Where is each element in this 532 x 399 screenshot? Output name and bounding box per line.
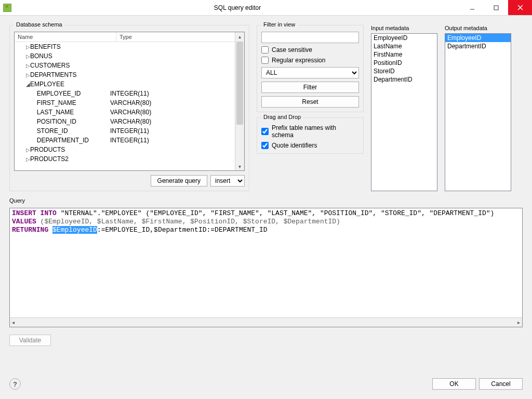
quote-checkbox[interactable] [261, 142, 269, 149]
scroll-thumb[interactable] [236, 42, 243, 125]
list-item[interactable]: PositionID [371, 59, 437, 67]
tree-row[interactable]: ▷PRODUCTS2 [15, 154, 235, 164]
tree-arrow-icon[interactable]: ▷ [26, 72, 30, 78]
tree-node-name: FIRST_NAME [37, 99, 76, 107]
list-item[interactable]: DepartmentID [371, 75, 437, 84]
filter-scope-select[interactable]: ALL [261, 67, 359, 78]
output-metadata-list[interactable]: EmployeeIDDepartmentID [445, 33, 511, 191]
tree-node-type: VARCHAR(80) [110, 99, 235, 107]
tree-row[interactable]: ◢EMPLOYEE [15, 79, 235, 89]
tree-row[interactable]: ▷DEPARTMENTS [15, 70, 235, 79]
tree-row[interactable]: POSITION_IDVARCHAR(80) [15, 117, 235, 126]
filter-group-label: Filter in view [261, 21, 297, 28]
query-type-select[interactable]: insert [210, 175, 245, 187]
help-icon[interactable]: ? [9, 378, 21, 390]
schema-col-name[interactable]: Name [15, 32, 116, 42]
scroll-down-icon[interactable]: ▾ [235, 162, 244, 170]
quote-label: Quote identifiers [272, 142, 317, 149]
case-sensitive-checkbox[interactable] [261, 46, 269, 54]
regex-checkbox[interactable] [261, 57, 269, 64]
case-sensitive-label: Case sensitive [272, 46, 312, 54]
tree-row[interactable]: ▷BONUS [15, 51, 235, 61]
window-title: SQL query editor [15, 4, 460, 11]
tree-node-name: BONUS [30, 52, 52, 60]
svg-rect-1 [494, 6, 498, 10]
minimize-button[interactable] [460, 0, 484, 15]
schema-scrollbar[interactable]: ▴ ▾ [235, 32, 244, 170]
query-h-scrollbar[interactable]: ◂ ▸ [10, 317, 522, 327]
tree-row[interactable]: ▷PRODUCTS [15, 145, 235, 154]
input-metadata-list[interactable]: EmployeeIDLastNameFirstNamePositionIDSto… [371, 33, 437, 191]
tree-arrow-icon[interactable]: ◢ [26, 82, 30, 87]
list-item[interactable]: LastName [371, 42, 437, 50]
tree-node-type: INTEGER(11) [110, 127, 235, 135]
input-metadata-label: Input metadata [371, 25, 437, 31]
tree-node-name: EMPLOYEE_ID [37, 90, 81, 97]
list-item[interactable]: FirstName [371, 50, 437, 59]
schema-group-label: Database schema [14, 21, 64, 28]
tree-row[interactable]: FIRST_NAMEVARCHAR(80) [15, 98, 235, 108]
tree-node-type: VARCHAR(80) [110, 118, 235, 125]
tree-row[interactable]: ▷BENEFITS [15, 42, 235, 51]
ok-cancel-group: OK Cancel [432, 378, 523, 390]
prefix-label: Prefix table names with schema [272, 124, 359, 139]
tree-arrow-icon[interactable]: ▷ [26, 63, 30, 69]
input-metadata-column: Input metadata EmployeeIDLastNameFirstNa… [371, 25, 437, 191]
maximize-button[interactable] [484, 0, 508, 15]
tree-node-name: BENEFITS [30, 43, 61, 50]
tree-row[interactable]: DEPARTMENT_IDINTEGER(11) [15, 136, 235, 145]
list-item[interactable]: EmployeeID [445, 34, 511, 42]
validate-row: Validate [9, 335, 523, 346]
cancel-button[interactable]: Cancel [479, 378, 523, 390]
list-item[interactable]: DepartmentID [445, 42, 511, 50]
tree-row[interactable]: STORE_IDINTEGER(11) [15, 126, 235, 136]
prefix-checkbox[interactable] [261, 128, 269, 135]
schema-tree[interactable]: Name Type ▷BENEFITS▷BONUS▷CUSTOMERS▷DEPA… [15, 32, 235, 170]
tree-arrow-icon[interactable]: ▷ [26, 54, 30, 59]
scroll-up-icon[interactable]: ▴ [235, 32, 244, 41]
filter-input[interactable] [261, 32, 359, 43]
tree-arrow-icon[interactable]: ▷ [26, 44, 30, 50]
schema-tree-wrap: Name Type ▷BENEFITS▷BONUS▷CUSTOMERS▷DEPA… [14, 32, 245, 171]
tree-node-name: LAST_NAME [37, 109, 74, 116]
tree-node-type: INTEGER(11) [110, 90, 235, 97]
query-label: Query [9, 197, 523, 204]
schema-col-type[interactable]: Type [116, 32, 235, 42]
regex-label: Regular expression [272, 57, 325, 64]
tree-node-name: DEPARTMENTS [30, 71, 77, 78]
scroll-left-icon[interactable]: ◂ [12, 320, 15, 325]
regex-row[interactable]: Regular expression [261, 57, 359, 64]
tree-node-name: POSITION_ID [37, 118, 76, 125]
app-icon [3, 4, 11, 12]
tree-row[interactable]: EMPLOYEE_IDINTEGER(11) [15, 89, 235, 98]
tree-node-type: VARCHAR(80) [110, 109, 235, 116]
generate-row: Generate query insert [14, 174, 245, 187]
scroll-right-icon[interactable]: ▸ [517, 320, 520, 325]
tree-node-name: STORE_ID [37, 127, 68, 135]
tree-row[interactable]: ▷CUSTOMERS [15, 61, 235, 70]
schema-header: Name Type [15, 32, 235, 42]
query-editor[interactable]: INSERT INTO "NTERNAL"."EMPLOYEE" ("EMPLO… [10, 208, 522, 317]
ok-button[interactable]: OK [432, 378, 476, 390]
list-item[interactable]: StoreID [371, 67, 437, 75]
reset-button[interactable]: Reset [261, 96, 359, 108]
tree-node-type: INTEGER(11) [110, 137, 235, 144]
tree-node-name: PRODUCTS [30, 146, 65, 153]
quote-row[interactable]: Quote identifiers [261, 142, 359, 149]
close-button[interactable] [508, 0, 532, 15]
prefix-row[interactable]: Prefix table names with schema [261, 124, 359, 139]
validate-button[interactable]: Validate [9, 335, 51, 346]
filter-pane: Filter in view Case sensitive Regular ex… [257, 25, 364, 191]
tree-row[interactable]: LAST_NAMEVARCHAR(80) [15, 108, 235, 117]
tree-node-name: PRODUCTS2 [30, 155, 69, 163]
tree-arrow-icon[interactable]: ▷ [26, 147, 30, 153]
list-item[interactable]: EmployeeID [371, 34, 437, 42]
output-metadata-column: Output metadata EmployeeIDDepartmentID [445, 25, 511, 191]
top-row: Database schema Name Type ▷BENEFITS▷BONU… [9, 25, 523, 191]
dnd-group: Drag and Drop Prefix table names with sc… [257, 117, 364, 154]
case-sensitive-row[interactable]: Case sensitive [261, 46, 359, 54]
tree-arrow-icon[interactable]: ▷ [26, 156, 30, 162]
filter-button[interactable]: Filter [261, 82, 359, 93]
generate-query-button[interactable]: Generate query [151, 175, 207, 187]
bottom-bar: ? OK Cancel [9, 378, 523, 394]
